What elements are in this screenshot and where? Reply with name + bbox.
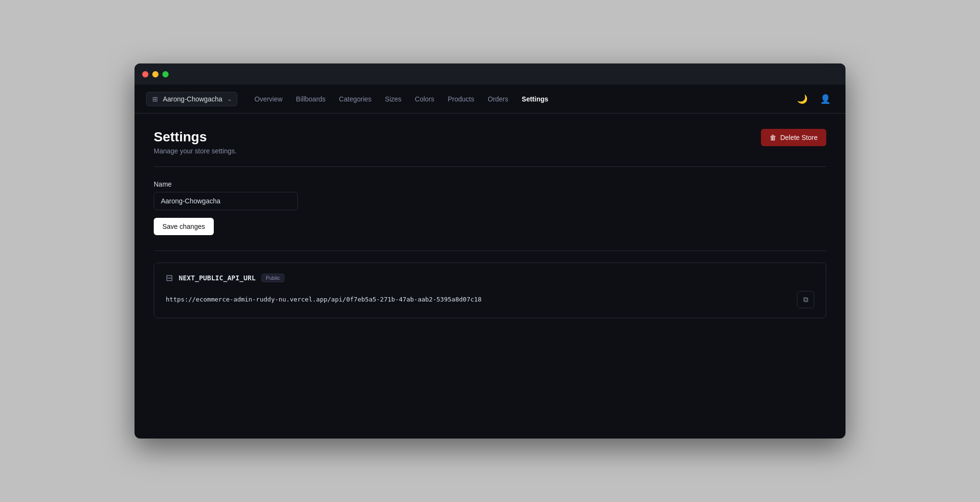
nav-item-categories[interactable]: Categories xyxy=(333,92,378,106)
app-window: ⊞ Aarong-Chowgacha ⌄ Overview Billboards… xyxy=(135,63,845,439)
page-subtitle: Manage your store settings. xyxy=(154,147,237,155)
trash-icon: 🗑 xyxy=(770,134,776,141)
maximize-button[interactable] xyxy=(162,71,169,77)
page-title: Settings xyxy=(154,129,237,145)
page-header: Settings Manage your store settings. 🗑 D… xyxy=(154,129,826,155)
theme-toggle-button[interactable]: 🌙 xyxy=(794,90,811,108)
delete-store-label: Delete Store xyxy=(780,134,818,141)
titlebar xyxy=(135,63,845,85)
nav-item-settings[interactable]: Settings xyxy=(516,92,554,106)
header-divider xyxy=(154,166,826,167)
nav-item-overview[interactable]: Overview xyxy=(249,92,288,106)
nav-item-billboards[interactable]: Billboards xyxy=(290,92,331,106)
chevron-down-icon: ⌄ xyxy=(227,96,232,102)
nav-item-sizes[interactable]: Sizes xyxy=(379,92,407,106)
minimize-button[interactable] xyxy=(152,71,159,77)
traffic-lights xyxy=(142,71,169,77)
api-url-text: https://ecommerce-admin-ruddy-nu.vercel.… xyxy=(166,296,481,303)
nav-item-products[interactable]: Products xyxy=(442,92,480,106)
api-key-label: NEXT_PUBLIC_API_URL xyxy=(179,274,256,282)
copy-icon: ⧉ xyxy=(803,295,808,304)
nav-item-colors[interactable]: Colors xyxy=(409,92,440,106)
save-changes-label: Save changes xyxy=(162,223,205,230)
moon-icon: 🌙 xyxy=(797,94,808,104)
form-divider xyxy=(154,251,826,251)
navbar: ⊞ Aarong-Chowgacha ⌄ Overview Billboards… xyxy=(135,85,845,113)
nav-item-orders[interactable]: Orders xyxy=(482,92,514,106)
public-badge: Public xyxy=(261,274,284,282)
user-icon: 👤 xyxy=(820,94,831,104)
nav-links: Overview Billboards Categories Sizes Col… xyxy=(249,92,794,106)
store-name-input[interactable] xyxy=(154,192,298,210)
api-url-row: https://ecommerce-admin-ruddy-nu.vercel.… xyxy=(166,291,814,308)
close-button[interactable] xyxy=(142,71,148,77)
form-section: Name Save changes xyxy=(154,180,826,235)
name-label: Name xyxy=(154,180,826,188)
save-changes-button[interactable]: Save changes xyxy=(154,218,214,235)
page-title-section: Settings Manage your store settings. xyxy=(154,129,237,155)
navbar-right: 🌙 👤 xyxy=(794,90,834,108)
delete-store-button[interactable]: 🗑 Delete Store xyxy=(761,129,826,146)
server-icon: ⊟ xyxy=(166,273,173,283)
store-selector-name: Aarong-Chowgacha xyxy=(163,95,222,103)
api-url-card: ⊟ NEXT_PUBLIC_API_URL Public https://eco… xyxy=(154,263,826,318)
main-content: Settings Manage your store settings. 🗑 D… xyxy=(135,113,845,439)
store-selector[interactable]: ⊞ Aarong-Chowgacha ⌄ xyxy=(146,92,237,106)
store-icon: ⊞ xyxy=(151,95,159,103)
user-menu-button[interactable]: 👤 xyxy=(817,90,834,108)
api-card-header: ⊟ NEXT_PUBLIC_API_URL Public xyxy=(166,273,814,283)
copy-url-button[interactable]: ⧉ xyxy=(797,291,814,308)
